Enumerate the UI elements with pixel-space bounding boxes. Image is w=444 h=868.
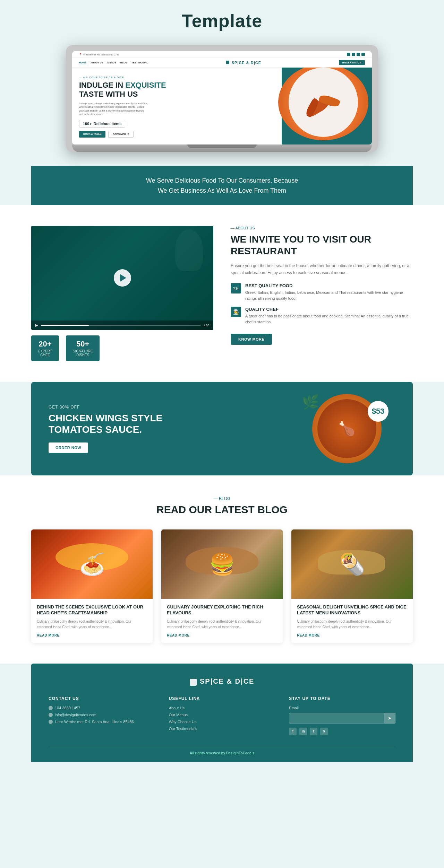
- about-text: ABOUT US WE INVITE YOU TO VISIT OUR REST…: [231, 226, 413, 345]
- play-button[interactable]: [114, 269, 131, 287]
- blog-desc-3: Culinary philosophy deeply root authenti…: [297, 619, 407, 630]
- blog-title-1: BEHIND THE SCENES EXCLUSIVE LOOK AT OUR …: [37, 604, 147, 616]
- know-more-button[interactable]: KNOW MORE: [231, 334, 272, 345]
- page-title-section: Template: [0, 0, 444, 38]
- blog-title-2: CULINARY JOURNEY EXPLORING THE RICH FLAV…: [167, 604, 277, 616]
- hero-stat: 100+ Delicious Items: [79, 120, 125, 128]
- footer-logo-text: SP|CE & D|CE: [200, 677, 254, 685]
- nav-testimonial[interactable]: TESTIMONIAL: [131, 61, 148, 64]
- about-desc: Ensure you get the best seat in the hous…: [231, 262, 413, 277]
- footer-send-button[interactable]: ➤: [384, 713, 395, 724]
- tagline-banner: We Serve Delicious Food To Our Consumers…: [31, 166, 413, 205]
- blog-title: READ OUR LATEST BLOG: [31, 504, 413, 516]
- laptop-base-inner: [187, 144, 257, 148]
- page-bottom: [0, 762, 444, 776]
- footer-copyright: All rights reserved by Desig nToCode s: [49, 751, 395, 755]
- blog-desc-1: Culinary philosophy deeply root authenti…: [37, 619, 147, 630]
- hero-buttons: BOOK A TABLE OPEN MENUS: [79, 131, 254, 138]
- blog-img-2: 🍔: [161, 529, 283, 599]
- footer-link-about[interactable]: About Us: [169, 706, 275, 710]
- order-now-button[interactable]: ORDER NOW: [49, 442, 88, 453]
- feature-food-icon: 🍽: [231, 283, 241, 293]
- video-stats: 20+ EXPERTCHEF 50+ SIGNATUREDISHES: [31, 335, 213, 361]
- read-more-1[interactable]: READ MORE: [37, 633, 147, 637]
- footer-facebook-icon[interactable]: f: [289, 728, 297, 735]
- blog-grid: 🍝 BEHIND THE SCENES EXCLUSIVE LOOK AT OU…: [31, 529, 413, 643]
- logo-icon: [226, 61, 229, 64]
- footer-email-field[interactable]: [289, 713, 384, 724]
- footer-divider: [49, 746, 395, 746]
- nav-address: 📍 Westheimer Rd. Santa Ana, 0747: [79, 53, 119, 56]
- blog-desc-2: Culinary philosophy deeply root authenti…: [167, 619, 277, 630]
- blog-card-3: 🌯 SEASONAL DELIGHT UNVEILING SPICE AND D…: [291, 529, 413, 643]
- read-more-3[interactable]: READ MORE: [297, 633, 407, 637]
- instagram-icon[interactable]: [357, 53, 360, 56]
- about-video: ▶ 4:00: [31, 226, 213, 330]
- laptop-base: [72, 144, 372, 152]
- footer-logo: SP|CE & D|CE: [49, 677, 395, 686]
- blog-content-2: CULINARY JOURNEY EXPLORING THE RICH FLAV…: [161, 599, 283, 643]
- about-section: ▶ 4:00 20+ EXPERTCHEF 50+ SIGNATUREDISHE…: [0, 205, 444, 382]
- promo-price-badge: $53: [368, 401, 388, 422]
- about-left: ▶ 4:00 20+ EXPERTCHEF 50+ SIGNATUREDISHE…: [31, 226, 213, 361]
- promo-left: GET 30% OFF CHICKEN WINGS STYLE TOMATOES…: [49, 405, 298, 453]
- footer-twitter-icon[interactable]: t: [310, 728, 317, 735]
- footer-grid: CONTACT US 104 3669 1457 info@designitco…: [49, 696, 395, 735]
- footer: SP|CE & D|CE CONTACT US 104 3669 1457 in…: [31, 664, 413, 762]
- footer-logo-icon: [190, 679, 197, 686]
- footer-email: info@designitcodes.com: [49, 713, 155, 717]
- about-eyebrow: ABOUT US: [231, 226, 413, 230]
- stat-expert-chef-label: EXPERTCHEF: [38, 349, 52, 357]
- progress-bar-bg[interactable]: [41, 325, 201, 326]
- footer-youtube-icon[interactable]: y: [320, 728, 328, 735]
- hero-desc: Indulge in an unforgettable dining exper…: [79, 102, 148, 116]
- hero-title: INDULGE IN EXQUISITETASTE WITH US: [79, 81, 254, 99]
- stat-signature-dishes: 50+ SIGNATUREDISHES: [66, 335, 100, 361]
- stat-signature-dishes-label: SIGNATUREDISHES: [73, 349, 93, 357]
- nav-home[interactable]: HOME: [79, 61, 86, 64]
- promo-title: CHICKEN WINGS STYLE TOMATOES SAUCE.: [49, 412, 298, 436]
- promo-leaves-decoration: 🌿: [302, 394, 319, 410]
- book-table-button[interactable]: BOOK A TABLE: [79, 131, 105, 138]
- promo-food-inner: 🍗: [317, 399, 376, 458]
- feature-chef-icon: 👨‍🍳: [231, 307, 241, 317]
- footer-brand: Desig nToCode s: [226, 751, 254, 755]
- footer-contact-title: CONTACT US: [49, 696, 155, 701]
- blog-content-3: SEASONAL DELIGHT UNVEILING SPICE AND DIC…: [291, 599, 413, 643]
- blog-content-1: BEHIND THE SCENES EXCLUSIVE LOOK AT OUR …: [31, 599, 153, 643]
- play-icon[interactable]: ▶: [35, 323, 38, 327]
- footer-link-testimonials[interactable]: Our Testimonials: [169, 727, 275, 731]
- open-menus-button[interactable]: OPEN MENUS: [108, 131, 134, 138]
- read-more-2[interactable]: READ MORE: [167, 633, 277, 637]
- nav-social: [347, 53, 365, 56]
- nav-about[interactable]: ABOUT US: [91, 61, 103, 64]
- hero-food-image: [278, 68, 368, 140]
- promo-discount: GET 30% OFF: [49, 405, 298, 410]
- blog-eyebrow: BLOG: [31, 496, 413, 501]
- footer-newsletter-col: STAY UP TO DATE Email ➤ f in t y: [289, 696, 395, 735]
- location-icon: 📍: [79, 53, 82, 56]
- footer-link-menus[interactable]: Our Menus: [169, 713, 275, 717]
- feature-chef-desc: A great chef has to be passionate about …: [245, 313, 413, 325]
- chicken-wings-emoji: 🍗: [338, 421, 356, 437]
- about-title: WE INVITE YOU TO VISIT OUR RESTAURANT: [231, 234, 413, 257]
- hero-section: WELCOME TO SPICE & DICE INDULGE IN EXQUI…: [72, 68, 372, 144]
- page-title: Template: [0, 10, 444, 31]
- footer-link-why[interactable]: Why Choose Us: [169, 720, 275, 724]
- blog-img-3: 🌯: [291, 529, 413, 599]
- footer-links-col: USEFUL LINK About Us Our Menus Why Choos…: [169, 696, 275, 735]
- feature-chef-title: QUALITY CHEF: [245, 307, 413, 312]
- nav-logo: SP|CE & D|CE: [226, 61, 261, 65]
- footer-linkedin-icon[interactable]: in: [299, 728, 307, 735]
- facebook-icon[interactable]: [347, 53, 350, 56]
- youtube-icon[interactable]: [361, 53, 365, 56]
- laptop-screen: 📍 Westheimer Rd. Santa Ana, 0747 HOME AB…: [72, 51, 372, 144]
- nav-links: HOME ABOUT US MENUS BLOG TESTIMONIAL: [79, 61, 148, 64]
- twitter-icon[interactable]: [352, 53, 355, 56]
- nav-blog[interactable]: BLOG: [120, 61, 127, 64]
- hero-left: WELCOME TO SPICE & DICE INDULGE IN EXQUI…: [72, 68, 261, 144]
- reservation-button[interactable]: RESERVATION: [339, 60, 365, 65]
- nav-menus[interactable]: MENUS: [108, 61, 116, 64]
- nav-top: 📍 Westheimer Rd. Santa Ana, 0747: [72, 51, 372, 58]
- nav-main: HOME ABOUT US MENUS BLOG TESTIMONIAL SP|…: [72, 58, 372, 68]
